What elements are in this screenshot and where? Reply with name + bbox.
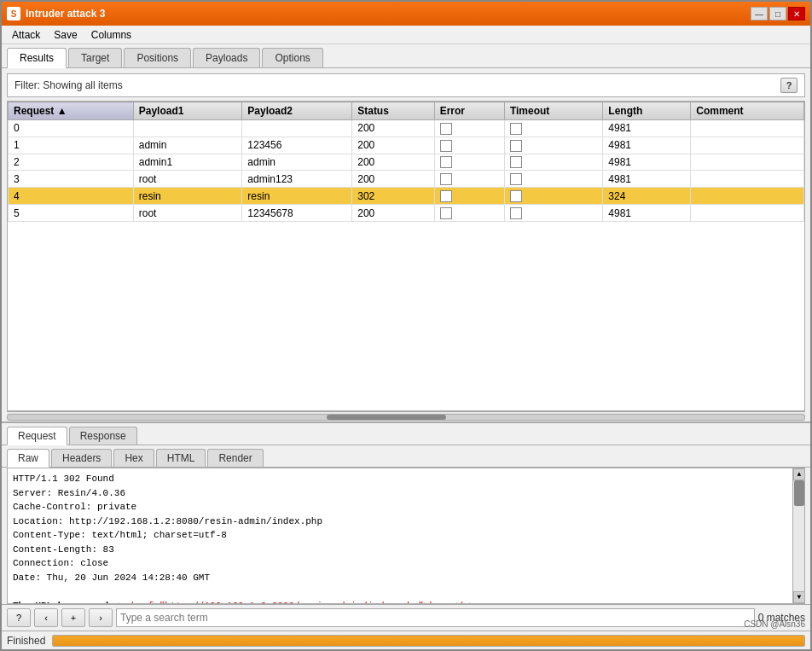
next-button[interactable]: ›: [89, 608, 113, 627]
scrollbar-thumb[interactable]: [327, 415, 446, 420]
timeout-checkbox[interactable]: [510, 123, 522, 135]
request-cell: 1: [9, 137, 134, 154]
error-checkbox[interactable]: [440, 123, 452, 135]
error-checkbox[interactable]: [440, 207, 452, 219]
request-cell: 3: [9, 171, 134, 188]
payload2-cell: admin123: [242, 171, 352, 188]
watermark: CSDN @Alsn36: [744, 619, 805, 629]
menu-attack[interactable]: Attack: [5, 27, 47, 43]
minimize-button[interactable]: —: [751, 7, 768, 20]
timeout-checkbox[interactable]: [510, 173, 522, 185]
tab-render[interactable]: Render: [207, 449, 263, 467]
menu-bar: Attack Save Columns: [2, 26, 810, 44]
response-lines: HTTP/1.1 302 FoundServer: Resin/4.0.36Ca…: [13, 472, 799, 584]
col-payload1[interactable]: Payload1: [133, 102, 242, 120]
tab-headers[interactable]: Headers: [51, 449, 112, 467]
error-checkbox[interactable]: [440, 140, 452, 152]
tab-positions[interactable]: Positions: [124, 48, 191, 67]
error-checkbox[interactable]: [440, 156, 452, 168]
comment-cell: [691, 120, 804, 137]
payload1-cell: root: [133, 171, 242, 188]
length-cell: 4981: [603, 205, 691, 222]
payload1-cell: resin: [133, 188, 242, 205]
payload2-cell: 12345678: [242, 205, 352, 222]
timeout-checkbox[interactable]: [510, 190, 522, 202]
next-button-plus[interactable]: +: [61, 608, 85, 627]
search-input[interactable]: [116, 608, 755, 627]
scroll-thumb[interactable]: [794, 480, 804, 506]
scroll-down-button[interactable]: ▼: [793, 591, 805, 603]
col-status[interactable]: Status: [352, 102, 434, 120]
comment-cell: [691, 188, 804, 205]
payload1-cell: root: [133, 205, 242, 222]
menu-columns[interactable]: Columns: [84, 27, 138, 43]
response-line: Connection: close: [13, 556, 799, 571]
response-scrollbar[interactable]: ▲ ▼: [792, 468, 804, 603]
timeout-checkbox[interactable]: [510, 207, 522, 219]
tab-request[interactable]: Request: [7, 427, 67, 445]
col-length[interactable]: Length: [603, 102, 691, 120]
error-checkbox[interactable]: [440, 173, 452, 185]
timeout-checkbox[interactable]: [510, 140, 522, 152]
view-tabs: Raw Headers Hex HTML Render: [2, 445, 810, 468]
table-row[interactable]: 1admin1234562004981: [9, 137, 804, 154]
status-bar: Finished: [2, 631, 810, 649]
status-cell: 200: [352, 120, 434, 137]
status-cell: 200: [352, 171, 434, 188]
table-row[interactable]: 5root123456782004981: [9, 205, 804, 222]
col-timeout[interactable]: Timeout: [504, 102, 602, 120]
status-cell: 200: [352, 137, 434, 154]
request-cell: 4: [9, 188, 134, 205]
response-body-bold: The URL has moved: [13, 601, 114, 605]
tab-options[interactable]: Options: [262, 48, 322, 67]
bottom-section: Request Response Raw Headers Hex HTML Re…: [2, 421, 810, 649]
length-cell: 324: [603, 188, 691, 205]
menu-save[interactable]: Save: [47, 27, 84, 43]
status-cell: 200: [352, 154, 434, 171]
tab-payloads[interactable]: Payloads: [193, 48, 260, 67]
tab-html[interactable]: HTML: [156, 449, 206, 467]
help-button[interactable]: ?: [780, 78, 798, 93]
col-request[interactable]: Request ▲: [9, 102, 134, 120]
tab-target[interactable]: Target: [68, 48, 122, 67]
h-scrollbar[interactable]: [7, 411, 805, 421]
table-row[interactable]: 3rootadmin1232004981: [9, 171, 804, 188]
status-cell: 302: [352, 188, 434, 205]
help-nav-button[interactable]: ?: [7, 608, 31, 627]
title-bar: S Intruder attack 3 — □ ✕: [2, 2, 810, 26]
comment-cell: [691, 205, 804, 222]
prev-button[interactable]: ‹: [34, 608, 58, 627]
payload2-cell: 123456: [242, 137, 352, 154]
tab-results[interactable]: Results: [7, 48, 67, 68]
col-comment[interactable]: Comment: [691, 102, 804, 120]
close-button[interactable]: ✕: [788, 7, 805, 20]
main-tabs: Results Target Positions Payloads Option…: [2, 44, 810, 68]
table-row[interactable]: 4resinresin302324: [9, 188, 804, 205]
progress-bar: [52, 635, 805, 647]
length-cell: 4981: [603, 120, 691, 137]
comment-cell: [691, 137, 804, 154]
timeout-checkbox[interactable]: [510, 156, 522, 168]
payload1-cell: admin: [133, 137, 242, 154]
results-table-container: Request ▲ Payload1 Payload2 Status Error…: [7, 101, 805, 411]
response-content-area: HTTP/1.1 302 FoundServer: Resin/4.0.36Ca…: [7, 468, 805, 604]
tab-raw[interactable]: Raw: [7, 449, 49, 468]
maximize-button[interactable]: □: [769, 7, 786, 20]
window-controls: — □ ✕: [751, 7, 805, 20]
col-error[interactable]: Error: [434, 102, 504, 120]
table-row[interactable]: 02004981: [9, 120, 804, 137]
results-table: Request ▲ Payload1 Payload2 Status Error…: [8, 102, 804, 222]
scrollbar-track[interactable]: [7, 414, 805, 421]
status-text: Finished: [7, 635, 45, 647]
scroll-up-button[interactable]: ▲: [793, 468, 805, 480]
request-cell: 2: [9, 154, 134, 171]
response-line: Location: http://192.168.1.2:8080/resin-…: [13, 514, 799, 529]
col-payload2[interactable]: Payload2: [242, 102, 352, 120]
tab-hex[interactable]: Hex: [113, 449, 154, 467]
tab-response[interactable]: Response: [69, 427, 137, 445]
response-line: HTTP/1.1 302 Found: [13, 472, 799, 486]
app-icon: S: [7, 7, 20, 20]
table-row[interactable]: 2admin1admin2004981: [9, 154, 804, 171]
response-line: Content-Type: text/html; charset=utf-8: [13, 528, 799, 543]
error-checkbox[interactable]: [440, 190, 452, 202]
